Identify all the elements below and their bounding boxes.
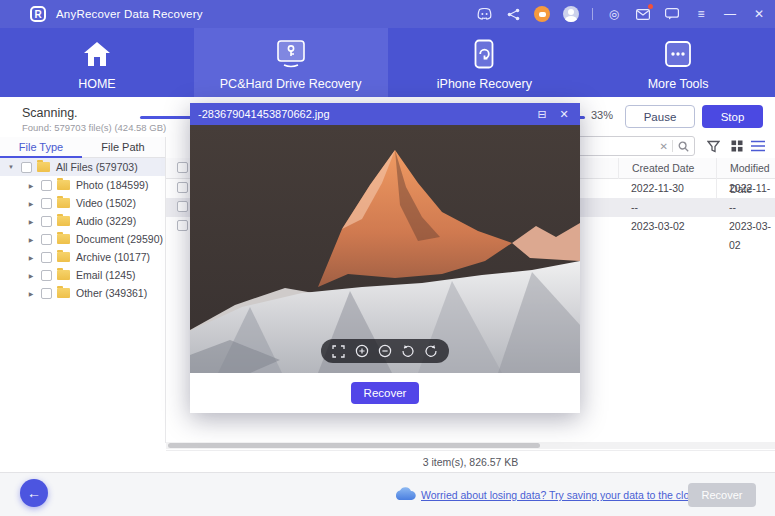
folder-icon — [57, 234, 70, 244]
home-icon — [83, 37, 111, 71]
stop-button[interactable]: Stop — [702, 105, 763, 128]
preview-image — [190, 125, 580, 373]
mail-icon[interactable] — [635, 6, 651, 22]
caret-right-icon[interactable]: ▶ — [26, 290, 36, 297]
tab-pc-hard-drive-recovery[interactable]: PC&Hard Drive Recovery — [194, 28, 388, 97]
folder-icon — [57, 180, 70, 190]
maximize-icon[interactable]: ⊟ — [534, 106, 550, 122]
caret-right-icon[interactable]: ▶ — [26, 200, 36, 207]
tree-item-label: Email (1245) — [76, 269, 136, 281]
select-all-checkbox[interactable] — [177, 162, 188, 173]
tab-iphone-recovery-label: iPhone Recovery — [437, 77, 532, 91]
fit-screen-icon[interactable] — [331, 344, 346, 359]
checkbox[interactable] — [41, 216, 52, 227]
modal-close-icon[interactable]: ✕ — [556, 106, 572, 122]
folder-icon — [57, 198, 70, 208]
footer-recover-button[interactable]: Recover — [688, 483, 756, 507]
close-button[interactable]: ✕ — [751, 6, 767, 22]
scan-status: Scanning. — [22, 106, 78, 120]
search-clear-icon[interactable]: ✕ — [656, 141, 672, 152]
cell-created-date: -- — [631, 198, 638, 217]
scan-progress-percent: 33% — [591, 109, 613, 121]
checkbox[interactable] — [41, 270, 52, 281]
tree-item-document[interactable]: ▶ Document (29590) — [0, 230, 165, 248]
cloud-backup-link[interactable]: Worried about losing data? Try saving yo… — [421, 489, 701, 501]
caret-right-icon[interactable]: ▶ — [26, 182, 36, 189]
preview-filename: -283679041453870662.jpg — [198, 108, 528, 120]
selection-summary: 3 item(s), 826.57 KB — [166, 450, 775, 472]
tree-item-audio[interactable]: ▶ Audio (3229) — [0, 212, 165, 230]
caret-right-icon[interactable]: ▶ — [26, 272, 36, 279]
tab-more-tools-label: More Tools — [648, 77, 709, 91]
cell-created-date: 2022-11-30 — [631, 179, 684, 198]
account-avatar[interactable] — [563, 6, 579, 22]
titlebar-actions: ◎ ≡ — ✕ — [476, 0, 767, 28]
main-nav: HOME PC&Hard Drive Recovery iPhone Recov… — [0, 28, 775, 97]
horizontal-scrollbar[interactable] — [166, 442, 775, 449]
feedback-icon[interactable] — [664, 6, 680, 22]
rotate-left-icon[interactable] — [401, 344, 416, 359]
cell-modified-date: 2023-03-02 — [729, 217, 775, 255]
minimize-button[interactable]: — — [722, 6, 738, 22]
tab-file-path[interactable]: File Path — [82, 137, 164, 157]
tree-item-photo[interactable]: ▶ Photo (184599) — [0, 176, 165, 194]
tree-item-video[interactable]: ▶ Video (1502) — [0, 194, 165, 212]
share-icon[interactable] — [505, 6, 521, 22]
tree-item-archive[interactable]: ▶ Archive (10177) — [0, 248, 165, 266]
zoom-out-icon[interactable] — [377, 344, 392, 359]
tab-home[interactable]: HOME — [0, 28, 194, 97]
tab-home-label: HOME — [78, 77, 116, 91]
list-view-icon[interactable] — [748, 137, 768, 155]
tree-item-other[interactable]: ▶ Other (349361) — [0, 284, 165, 302]
row-checkbox[interactable] — [177, 201, 188, 212]
scrollbar-thumb[interactable] — [168, 443, 540, 448]
support-chat-icon[interactable] — [534, 6, 550, 22]
tree-item-label: Audio (3229) — [76, 215, 136, 227]
explorer-tabs: File Type File Path — [0, 137, 165, 158]
more-tools-icon — [664, 37, 692, 71]
settings-icon[interactable]: ◎ — [606, 6, 622, 22]
caret-right-icon[interactable]: ▶ — [26, 254, 36, 261]
zoom-in-icon[interactable] — [354, 344, 369, 359]
preview-modal: -283679041453870662.jpg ⊟ ✕ — [190, 103, 580, 413]
rotate-right-icon[interactable] — [424, 344, 439, 359]
caret-right-icon[interactable]: ▶ — [26, 236, 36, 243]
checkbox[interactable] — [41, 180, 52, 191]
checkbox[interactable] — [41, 198, 52, 209]
filter-icon[interactable] — [703, 137, 723, 155]
caret-right-icon[interactable]: ▶ — [26, 218, 36, 225]
checkbox[interactable] — [41, 252, 52, 263]
notification-dot — [648, 4, 653, 9]
tab-more-tools[interactable]: More Tools — [581, 28, 775, 97]
titlebar-divider — [592, 8, 593, 20]
search-icon[interactable] — [673, 141, 694, 152]
menu-icon[interactable]: ≡ — [693, 6, 709, 22]
row-checkbox[interactable] — [177, 220, 188, 231]
folder-icon — [57, 216, 70, 226]
caret-down-icon[interactable]: ▼ — [6, 164, 16, 170]
checkbox[interactable] — [41, 288, 52, 299]
titlebar: R AnyRecover Data Recovery ◎ ≡ — ✕ — [0, 0, 775, 28]
search-input[interactable] — [578, 141, 656, 152]
tree-item-label: Photo (184599) — [76, 179, 148, 191]
tree-item-label: Video (1502) — [76, 197, 136, 209]
tree-item-email[interactable]: ▶ Email (1245) — [0, 266, 165, 284]
cell-modified-date: -- — [729, 198, 736, 217]
modal-recover-button[interactable]: Recover — [351, 382, 419, 404]
pause-button[interactable]: Pause — [625, 105, 695, 128]
footer-bar: ← Worried about losing data? Try saving … — [0, 472, 775, 516]
row-checkbox[interactable] — [177, 182, 188, 193]
tree-item-all-files[interactable]: ▼ All Files (579703) — [0, 158, 165, 176]
cloud-icon — [393, 486, 417, 501]
grid-view-icon[interactable] — [727, 137, 747, 155]
back-button[interactable]: ← — [20, 479, 48, 507]
checkbox[interactable] — [21, 162, 32, 173]
discord-icon[interactable] — [476, 6, 492, 22]
column-created-date[interactable]: Created Date — [618, 158, 716, 179]
tab-iphone-recovery[interactable]: iPhone Recovery — [388, 28, 582, 97]
tree-item-label: All Files (579703) — [56, 161, 138, 173]
app-logo-icon: R — [30, 6, 46, 22]
tab-file-type[interactable]: File Type — [0, 137, 82, 157]
checkbox[interactable] — [41, 234, 52, 245]
tab-pc-hard-drive-recovery-label: PC&Hard Drive Recovery — [220, 77, 362, 91]
